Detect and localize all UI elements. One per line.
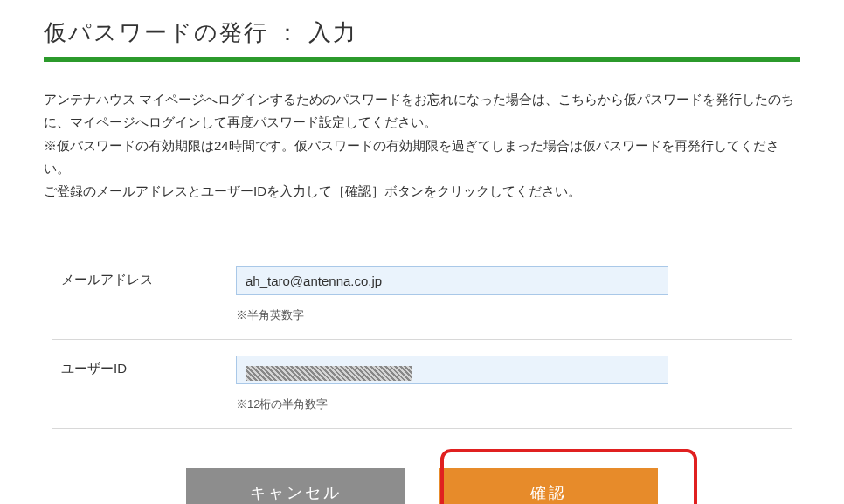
hint-userid: ※12桁の半角数字 — [236, 397, 792, 412]
redacted-userid — [246, 366, 412, 381]
instructions-block: アンテナハウス マイページへログインするためのパスワードをお忘れになった場合は、… — [44, 88, 800, 203]
title-underline — [44, 57, 800, 62]
email-input[interactable] — [236, 266, 668, 295]
row-userid: ユーザーID ※12桁の半角数字 — [52, 340, 792, 429]
hint-email: ※半角英数字 — [236, 307, 792, 323]
label-email: メールアドレス — [52, 266, 236, 288]
button-row: キャンセル 確認 — [44, 468, 800, 504]
form-block: メールアドレス ※半角英数字 ユーザーID ※12桁の半角数字 — [52, 251, 792, 429]
confirm-button[interactable]: 確認 — [439, 468, 658, 504]
row-email: メールアドレス ※半角英数字 — [52, 251, 792, 340]
page-title: 仮パスワードの発行 ： 入力 — [44, 17, 800, 48]
instruction-line-1: アンテナハウス マイページへログインするためのパスワードをお忘れになった場合は、… — [44, 88, 800, 135]
userid-input[interactable] — [236, 356, 668, 384]
instruction-line-3: ご登録のメールアドレスとユーザーIDを入力して［確認］ボタンをクリックしてくださ… — [44, 180, 800, 203]
instruction-line-2: ※仮パスワードの有効期限は24時間です。仮パスワードの有効期限を過ぎてしまった場… — [44, 135, 800, 181]
label-userid: ユーザーID — [52, 356, 236, 377]
cancel-button[interactable]: キャンセル — [186, 468, 405, 504]
